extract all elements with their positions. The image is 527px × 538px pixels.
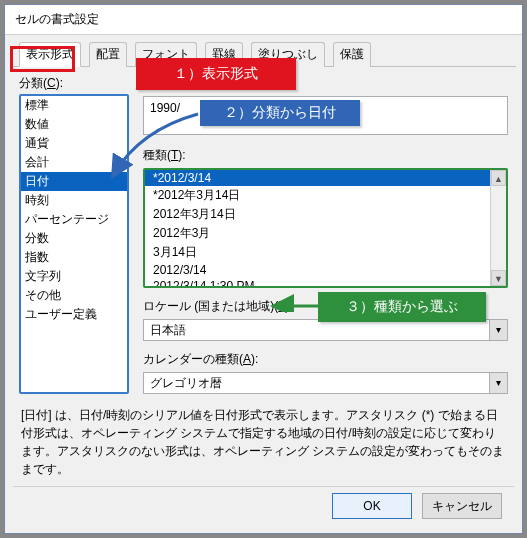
type-label: 種類(T):	[143, 147, 508, 164]
tab-0[interactable]: 表示形式	[19, 42, 81, 67]
category-item[interactable]: ユーザー定義	[21, 305, 127, 324]
tab-1[interactable]: 配置	[89, 42, 127, 67]
cancel-button[interactable]: キャンセル	[422, 493, 502, 519]
chevron-down-icon[interactable]: ▾	[489, 373, 507, 393]
dialog-title: セルの書式設定	[15, 12, 99, 26]
type-item[interactable]: 2012年3月14日	[145, 205, 490, 224]
type-item[interactable]: *2012年3月14日	[145, 186, 490, 205]
category-item[interactable]: パーセンテージ	[21, 210, 127, 229]
ok-button[interactable]: OK	[332, 493, 412, 519]
tab-5[interactable]: 保護	[333, 42, 371, 67]
category-item[interactable]: 指数	[21, 248, 127, 267]
locale-combobox[interactable]: 日本語 ▾	[143, 319, 508, 341]
chevron-down-icon[interactable]: ▾	[489, 320, 507, 340]
dialog-titlebar: セルの書式設定	[5, 5, 522, 35]
locale-value: 日本語	[144, 322, 489, 339]
category-item[interactable]: 標準	[21, 96, 127, 115]
type-scrollbar[interactable]: ▲ ▼	[490, 170, 506, 286]
category-item[interactable]: 通貨	[21, 134, 127, 153]
scroll-up-arrow[interactable]: ▲	[491, 170, 506, 186]
divider	[13, 486, 514, 487]
type-item[interactable]: 2012/3/14	[145, 262, 490, 278]
calendar-value: グレゴリオ暦	[144, 375, 489, 392]
category-item[interactable]: 日付	[21, 172, 127, 191]
type-item[interactable]: 2012/3/14 1:30 PM	[145, 278, 490, 288]
category-item[interactable]: 文字列	[21, 267, 127, 286]
annotation-callout-1: １）表示形式	[136, 58, 296, 90]
category-item[interactable]: 時刻	[21, 191, 127, 210]
annotation-callout-2: ２）分類から日付	[200, 100, 360, 126]
category-label: 分類(C):	[19, 75, 129, 92]
button-bar: OK キャンセル	[19, 493, 508, 523]
type-item[interactable]: *2012/3/14	[145, 170, 490, 186]
annotation-callout-3: ３）種類から選ぶ	[318, 292, 486, 322]
scroll-down-arrow[interactable]: ▼	[491, 270, 506, 286]
category-listbox[interactable]: 標準数値通貨会計日付時刻パーセンテージ分数指数文字列その他ユーザー定義	[19, 94, 129, 394]
category-item[interactable]: 分数	[21, 229, 127, 248]
category-item[interactable]: 数値	[21, 115, 127, 134]
category-item[interactable]: その他	[21, 286, 127, 305]
calendar-label: カレンダーの種類(A):	[143, 351, 508, 368]
type-listbox[interactable]: *2012/3/14*2012年3月14日2012年3月14日2012年3月3月…	[143, 168, 508, 288]
description-text: [日付] は、日付/時刻のシリアル値を日付形式で表示します。アスタリスク (*)…	[19, 406, 508, 478]
type-item[interactable]: 3月14日	[145, 243, 490, 262]
calendar-combobox[interactable]: グレゴリオ暦 ▾	[143, 372, 508, 394]
type-item[interactable]: 2012年3月	[145, 224, 490, 243]
category-item[interactable]: 会計	[21, 153, 127, 172]
